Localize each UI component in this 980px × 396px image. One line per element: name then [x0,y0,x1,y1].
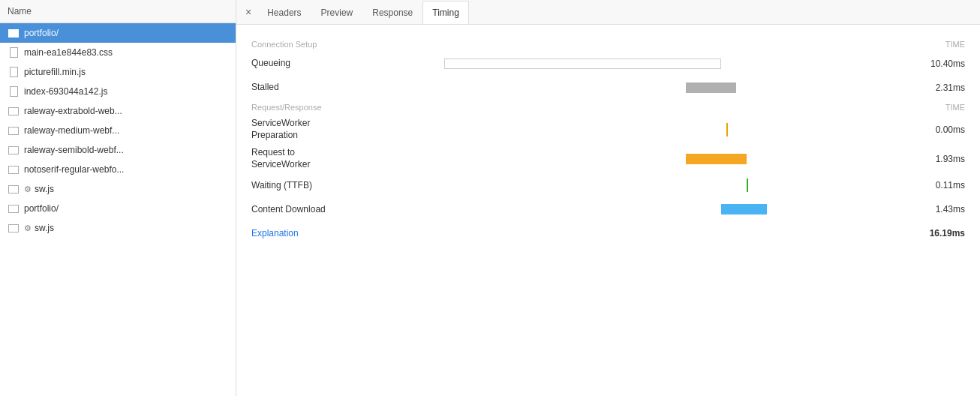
tab-headers[interactable]: Headers [257,1,311,24]
connection-setup-header: Connection Setup TIME [251,40,965,49]
file-name: portfolio/ [24,28,59,38]
doc-icon [8,66,20,78]
explanation-link[interactable]: Explanation [251,228,299,238]
req-to-sw-bar [686,154,747,164]
file-item-notoserif[interactable]: notoserif-regular-webfo... [0,160,236,179]
file-name: notoserif-regular-webfo... [24,164,124,175]
req-to-sw-label: Request toServiceWorker [251,147,386,170]
file-item-sw-js-2[interactable]: ⚙sw.js [0,218,236,238]
file-name: main-ea1e844e83.css [24,47,113,58]
file-name: portfolio/ [24,203,59,214]
waiting-ttfb-label: Waiting (TTFB) [251,180,386,192]
tab-response[interactable]: Response [362,1,422,24]
req-to-sw-time: 1.93ms [905,154,965,164]
stalled-row: Stalled 2.31ms [251,79,965,97]
explanation-label[interactable]: Explanation [251,228,386,240]
req-to-sw-row: Request toServiceWorker 1.93ms [251,147,965,170]
request-response-header: Request/Response TIME [251,103,965,112]
close-tab-button[interactable]: × [239,0,257,24]
queueing-time: 10.40ms [905,58,965,69]
file-name: sw.js [35,223,54,233]
tabs-bar: × HeadersPreviewResponseTiming [236,0,980,25]
file-item-picturefill[interactable]: picturefill.min.js [0,62,236,82]
stalled-bar-area [394,80,897,95]
request-response-label: Request/Response [251,103,322,112]
sw-prep-bar [726,123,728,136]
file-item-raleway-extrabold[interactable]: raleway-extrabold-web... [0,101,236,121]
folder-icon [8,27,20,39]
explanation-bar-area [394,226,897,241]
queueing-label: Queueing [251,58,386,70]
queueing-bar [444,58,721,69]
content-download-time: 1.43ms [905,204,965,214]
timing-content: Connection Setup TIME Queueing 10.40ms S… [236,25,980,396]
file-item-sw-js-1[interactable]: ⚙sw.js [0,179,236,199]
folder-icon [8,124,20,136]
file-name: raleway-semibold-webf... [24,145,124,155]
req-to-sw-bar-area [394,152,897,166]
connection-setup-label: Connection Setup [251,40,317,49]
waiting-ttfb-bar [747,178,748,192]
folder-icon [8,202,20,214]
tab-preview[interactable]: Preview [311,1,363,24]
doc-icon [8,46,20,58]
waiting-ttfb-row: Waiting (TTFB) 0.11ms [251,176,965,194]
content-download-bar-area [394,202,897,217]
right-panel: × HeadersPreviewResponseTiming Connectio… [236,0,980,396]
file-name: raleway-extrabold-web... [24,106,122,116]
stalled-label: Stalled [251,82,386,94]
file-item-portfolio-2[interactable]: portfolio/ [0,199,236,218]
queueing-row: Queueing 10.40ms [251,55,965,73]
file-item-raleway-medium[interactable]: raleway-medium-webf... [0,121,236,140]
file-name: raleway-medium-webf... [24,125,119,136]
gear-icon: ⚙ [24,184,32,194]
file-list: portfolio/main-ea1e844e83.csspicturefill… [0,23,236,396]
file-name: index-693044a142.js [24,86,107,97]
file-item-portfolio-root[interactable]: portfolio/ [0,23,236,43]
sw-prep-bar-area [394,122,897,137]
folder-icon [8,144,20,156]
folder-icon [8,183,20,195]
tab-timing[interactable]: Timing [422,1,469,24]
queueing-bar-area [394,56,897,71]
sw-prep-label: ServiceWorkerPreparation [251,118,386,141]
folder-icon [8,105,20,117]
waiting-ttfb-time: 0.11ms [905,180,965,190]
connection-setup-time-col: TIME [945,40,965,49]
files-header: Name [0,0,236,23]
file-item-main-css[interactable]: main-ea1e844e83.css [0,43,236,62]
stalled-bar [686,82,736,93]
gear-icon: ⚙ [24,224,32,233]
waiting-ttfb-bar-area [394,178,897,193]
stalled-time: 2.31ms [905,82,965,93]
explanation-row: Explanation 16.19ms [251,224,965,242]
folder-icon [8,222,20,234]
file-name: sw.js [35,184,54,194]
content-download-row: Content Download 1.43ms [251,200,965,218]
content-download-label: Content Download [251,204,386,216]
sw-prep-time: 0.00ms [905,124,965,135]
folder-icon [8,164,20,176]
file-item-index-js[interactable]: index-693044a142.js [0,82,236,101]
file-item-raleway-semibold[interactable]: raleway-semibold-webf... [0,140,236,160]
file-name: picturefill.min.js [24,67,86,77]
explanation-total-time: 16.19ms [905,228,965,238]
content-download-bar [721,204,766,214]
sw-prep-row: ServiceWorkerPreparation 0.00ms [251,118,965,141]
left-panel: Name portfolio/main-ea1e844e83.csspictur… [0,0,236,396]
request-response-time-col: TIME [945,103,965,112]
doc-icon [8,86,20,98]
